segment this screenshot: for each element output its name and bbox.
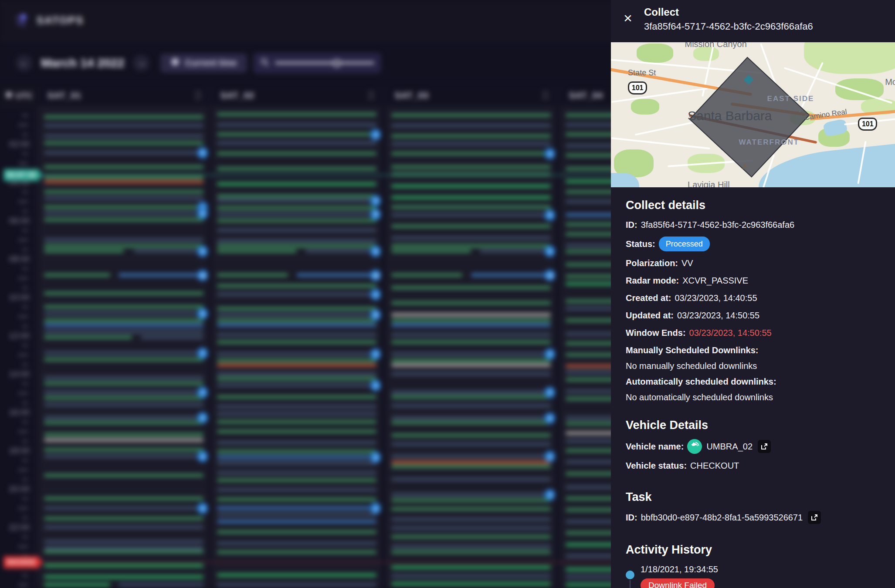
current-time-button[interactable]: Current time [161, 54, 247, 72]
schedule-bar[interactable] [391, 443, 551, 446]
schedule-bar[interactable] [391, 213, 551, 216]
schedule-bar[interactable] [217, 213, 377, 216]
schedule-bar[interactable] [44, 135, 204, 138]
schedule-bar[interactable] [217, 313, 377, 316]
schedule-bar[interactable] [391, 206, 551, 209]
schedule-bar[interactable] [391, 152, 551, 155]
schedule-bar[interactable] [217, 456, 377, 459]
schedule-bar[interactable] [44, 190, 204, 193]
schedule-bar[interactable] [141, 336, 203, 339]
schedule-bar[interactable] [217, 372, 377, 375]
schedule-bar[interactable] [391, 527, 551, 530]
schedule-bar[interactable] [217, 250, 297, 253]
schedule-bar[interactable] [391, 333, 551, 336]
schedule-bar[interactable] [391, 225, 551, 228]
schedule-bar[interactable] [217, 167, 377, 170]
schedule-bar[interactable] [391, 461, 551, 464]
schedule-bar[interactable] [391, 324, 551, 327]
schedule-bar[interactable] [44, 403, 204, 406]
schedule-bar[interactable] [217, 182, 377, 186]
schedule-bar[interactable] [119, 583, 203, 586]
schedule-bar[interactable] [471, 274, 551, 277]
schedule-bar[interactable] [217, 430, 377, 433]
schedule-bar[interactable] [44, 330, 204, 333]
drag-handle-icon[interactable] [543, 91, 548, 100]
schedule-bar[interactable] [391, 301, 551, 304]
schedule-bar[interactable] [44, 292, 204, 295]
schedule-bar[interactable] [217, 450, 377, 453]
schedule-bar[interactable] [44, 218, 204, 221]
schedule-bar[interactable] [391, 372, 551, 375]
schedule-bar[interactable] [44, 312, 204, 315]
schedule-bar[interactable] [44, 176, 204, 179]
schedule-bar[interactable] [44, 583, 110, 586]
schedule-bar[interactable] [217, 377, 377, 380]
schedule-bar[interactable] [391, 359, 551, 362]
schedule-bar[interactable] [217, 195, 377, 198]
schedule-bar[interactable] [391, 395, 551, 399]
schedule-bar[interactable] [44, 142, 204, 145]
schedule-bar[interactable] [217, 574, 377, 577]
schedule-bar[interactable] [217, 520, 377, 523]
next-day-button[interactable]: → [133, 55, 149, 71]
schedule-bar[interactable] [217, 333, 377, 336]
schedule-bar[interactable] [480, 250, 551, 253]
schedule-bar[interactable] [217, 142, 377, 145]
schedule-bar[interactable] [217, 531, 377, 534]
schedule-bar[interactable] [391, 364, 551, 367]
schedule-bar[interactable] [391, 535, 551, 538]
schedule-bar[interactable] [217, 513, 377, 516]
schedule-bar[interactable] [391, 434, 551, 437]
schedule-bar[interactable] [217, 441, 377, 444]
schedule-bar[interactable] [44, 319, 204, 322]
schedule-bar[interactable] [217, 471, 377, 474]
schedule-bar[interactable] [44, 448, 204, 451]
schedule-bar[interactable] [44, 197, 204, 200]
schedule-bar[interactable] [391, 551, 551, 554]
schedule-bar[interactable] [217, 412, 377, 416]
schedule-bar[interactable] [391, 142, 551, 145]
schedule-bar[interactable] [217, 542, 377, 545]
task-external-link-icon[interactable] [808, 511, 821, 524]
prev-day-button[interactable]: ← [16, 55, 32, 71]
schedule-bar[interactable] [44, 238, 204, 241]
schedule-bar[interactable] [217, 384, 377, 387]
schedule-bar[interactable] [217, 352, 377, 355]
zoom-slider-knob[interactable] [333, 59, 341, 67]
schedule-bar[interactable] [44, 180, 204, 183]
schedule-bar[interactable] [217, 229, 377, 232]
vehicle-external-link-icon[interactable] [758, 440, 771, 453]
schedule-bar[interactable] [217, 239, 377, 242]
schedule-bar[interactable] [391, 124, 551, 127]
schedule-bar[interactable] [217, 405, 377, 408]
schedule-bar[interactable] [391, 518, 551, 521]
schedule-bar[interactable] [44, 433, 204, 436]
schedule-bar[interactable] [391, 391, 551, 394]
schedule-bar[interactable] [44, 124, 204, 127]
schedule-bar[interactable] [391, 574, 551, 578]
schedule-bar[interactable] [217, 324, 377, 327]
schedule-bar[interactable] [391, 237, 551, 240]
schedule-bar[interactable] [391, 196, 551, 199]
schedule-bar[interactable] [44, 212, 204, 215]
schedule-bar[interactable] [119, 274, 203, 277]
schedule-bar[interactable] [44, 376, 204, 379]
schedule-bar[interactable] [44, 540, 204, 543]
schedule-bar[interactable] [217, 488, 377, 491]
close-icon[interactable]: × [620, 11, 635, 26]
schedule-bar[interactable] [134, 250, 203, 253]
schedule-bar[interactable] [217, 462, 377, 465]
schedule-bar[interactable] [217, 583, 377, 586]
schedule-bar[interactable] [217, 341, 377, 344]
schedule-bar[interactable] [44, 115, 204, 118]
schedule-bar[interactable] [44, 324, 204, 327]
schedule-bar[interactable] [391, 313, 551, 316]
schedule-bar[interactable] [391, 582, 551, 585]
schedule-bar[interactable] [217, 152, 377, 155]
schedule-bar[interactable] [44, 336, 132, 339]
schedule-bar[interactable] [44, 274, 110, 277]
schedule-bar[interactable] [391, 545, 551, 548]
schedule-bar[interactable] [44, 507, 204, 510]
schedule-bar[interactable] [391, 507, 551, 510]
schedule-bar[interactable] [217, 199, 377, 202]
